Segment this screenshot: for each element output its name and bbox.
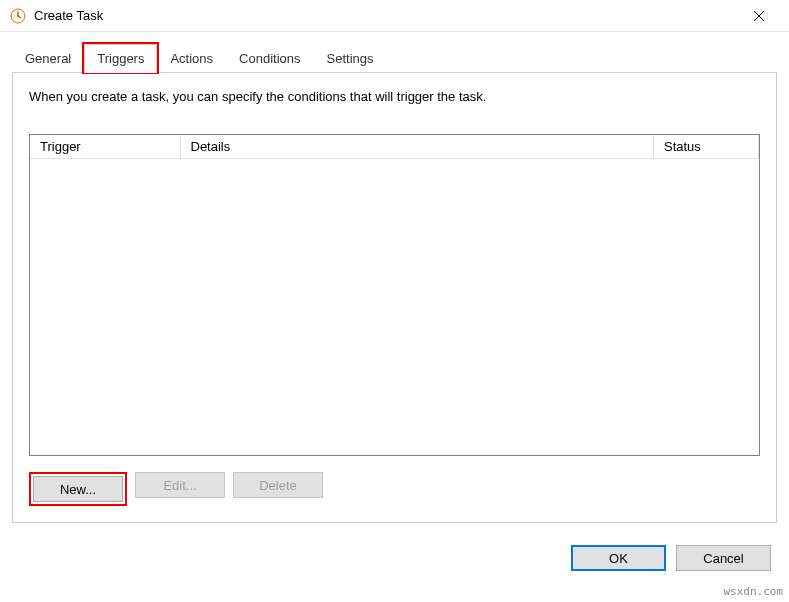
close-button[interactable] [739,1,779,31]
dialog-content: General Triggers Actions Conditions Sett… [0,32,789,535]
cancel-button[interactable]: Cancel [676,545,771,571]
edit-button: Edit... [135,472,225,498]
new-button[interactable]: New... [33,476,123,502]
highlight-box: New... [29,472,127,506]
trigger-buttons-row: New... Edit... Delete [29,472,760,506]
column-status[interactable]: Status [654,135,759,159]
svg-point-3 [17,15,19,17]
tab-triggers[interactable]: Triggers [84,44,157,73]
window-title: Create Task [34,8,739,23]
titlebar: Create Task [0,0,789,32]
clock-icon [10,8,26,24]
watermark-text: wsxdn.com [723,585,783,598]
tab-settings[interactable]: Settings [314,44,387,73]
triggers-panel: When you create a task, you can specify … [12,72,777,523]
close-icon [753,10,765,22]
table-header-row: Trigger Details Status [30,135,759,159]
tab-conditions[interactable]: Conditions [226,44,313,73]
dialog-button-row: OK Cancel [0,535,789,585]
delete-button: Delete [233,472,323,498]
triggers-table-container: Trigger Details Status [29,134,760,456]
ok-button[interactable]: OK [571,545,666,571]
column-details[interactable]: Details [180,135,654,159]
tab-actions[interactable]: Actions [157,44,226,73]
column-trigger[interactable]: Trigger [30,135,180,159]
tab-strip: General Triggers Actions Conditions Sett… [12,44,777,73]
tab-general[interactable]: General [12,44,84,73]
triggers-table: Trigger Details Status [30,135,759,159]
panel-description: When you create a task, you can specify … [29,89,760,104]
